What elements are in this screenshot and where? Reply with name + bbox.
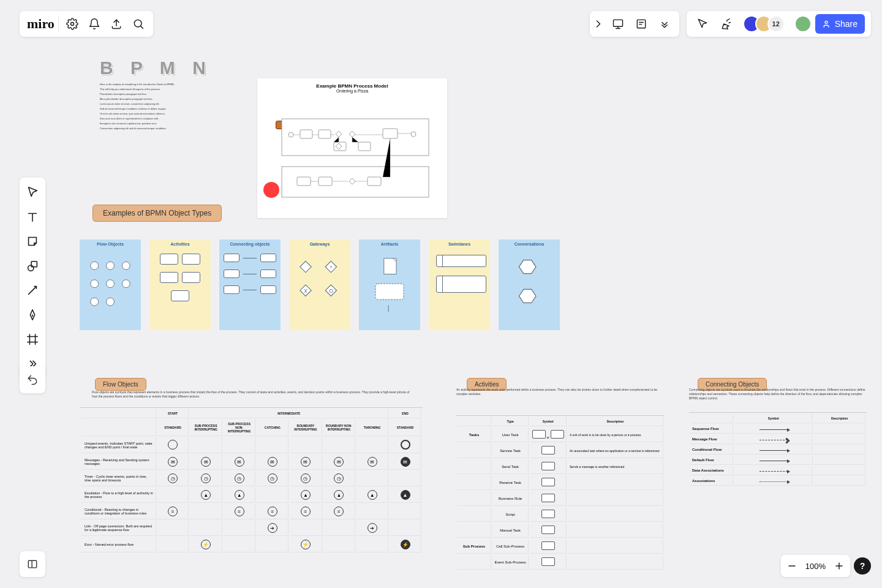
flow-objects-desc: Flow objects are symbols that represent … — [92, 390, 410, 399]
pizza-example-frame[interactable]: Example BPMN Process Model Ordering a Pi… — [257, 78, 447, 218]
examples-heading: Examples of BPMN Object Types — [92, 205, 222, 222]
canvas[interactable]: B P M N Here is the analysis of everythi… — [0, 0, 882, 588]
type-card[interactable]: Connecting objects — [219, 239, 281, 330]
svg-point-14 — [411, 132, 416, 137]
svg-rect-13 — [383, 129, 398, 138]
svg-rect-12 — [318, 130, 331, 138]
svg-point-23 — [91, 280, 99, 288]
svg-point-20 — [91, 262, 99, 270]
svg-rect-18 — [318, 177, 332, 186]
svg-rect-31 — [375, 284, 404, 300]
svg-point-10 — [288, 132, 293, 137]
activities-desc: An activity represents the work units pe… — [456, 388, 658, 396]
svg-point-25 — [122, 280, 130, 288]
type-card[interactable]: Swimlanes — [429, 239, 490, 330]
type-card[interactable]: GatewaysXO+ — [289, 239, 350, 330]
svg-rect-11 — [300, 130, 312, 138]
svg-point-21 — [107, 262, 115, 270]
type-card[interactable]: Activities — [149, 239, 211, 330]
examples-heading-container: Examples of BPMN Object Types — [92, 205, 222, 222]
svg-rect-19 — [368, 177, 381, 186]
bpmn-description: Here is the analysis of everything in th… — [100, 83, 183, 132]
type-card[interactable]: Artifacts — [359, 239, 420, 330]
pizza-subtitle: Ordering a Pizza — [257, 89, 447, 93]
pizza-title: Example BPMN Process Model — [257, 78, 447, 89]
svg-rect-16 — [358, 142, 371, 151]
svg-point-24 — [107, 280, 115, 288]
svg-text:X: X — [304, 288, 307, 294]
svg-point-22 — [122, 262, 130, 270]
type-cards-row: Flow ObjectsActivitiesConnecting objects… — [80, 239, 560, 330]
type-card[interactable]: Conversations — [499, 239, 560, 330]
type-card[interactable]: Flow Objects — [80, 239, 141, 330]
connecting-table: SymbolDescriptionSequence FlowMessage Fl… — [689, 412, 867, 487]
svg-point-27 — [107, 298, 115, 306]
svg-text:+: + — [330, 265, 333, 270]
activities-table: TypeSymbolDescriptionTasksUser Task or A… — [456, 415, 665, 571]
svg-rect-17 — [297, 177, 311, 186]
flow-objects-table: STARTINTERMEDIATEENDSTANDARDSUB-PROCESS … — [80, 407, 423, 554]
connecting-desc: Connecting objects are symbols used to i… — [689, 388, 867, 401]
bpmn-title: B P M N — [100, 58, 212, 78]
flow-objects-heading: Flow Objects — [95, 378, 146, 391]
svg-text:O: O — [329, 288, 333, 294]
pizza-flowchart — [257, 93, 447, 209]
svg-point-26 — [91, 298, 99, 306]
